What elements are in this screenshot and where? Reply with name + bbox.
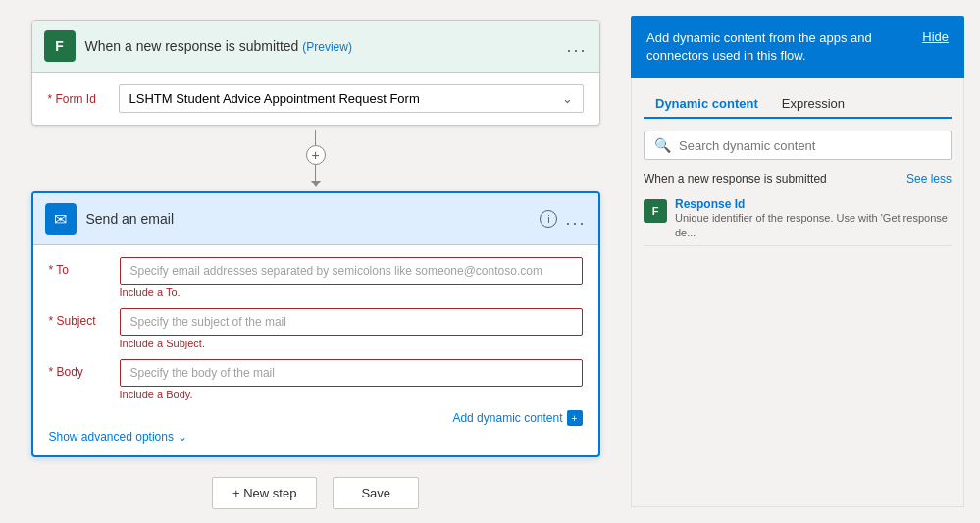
- trigger-title: When a new response is submitted (Previe…: [85, 38, 557, 54]
- trigger-header: F When a new response is submitted (Prev…: [32, 21, 599, 73]
- dynamic-item-icon: F: [644, 199, 667, 223]
- action-more-button[interactable]: ...: [565, 209, 586, 230]
- subject-placeholder: Specify the subject of the mail: [130, 315, 286, 329]
- to-error: Include a To.: [120, 287, 583, 298]
- trigger-card: F When a new response is submitted (Prev…: [31, 20, 600, 126]
- show-advanced-button[interactable]: Show advanced options ⌄: [49, 430, 583, 444]
- subject-input[interactable]: Specify the subject of the mail: [120, 308, 583, 336]
- action-body: To Specify email addresses separated by …: [33, 245, 598, 455]
- to-field-row: To Specify email addresses separated by …: [49, 257, 583, 285]
- body-error: Include a Body.: [120, 389, 583, 400]
- to-placeholder: Specify email addresses separated by sem…: [130, 264, 542, 278]
- dynamic-item-desc: Unique identifier of the response. Use w…: [675, 211, 952, 239]
- connector: +: [306, 130, 326, 187]
- dynamic-item-title[interactable]: Response Id: [675, 197, 952, 211]
- see-less-button[interactable]: See less: [906, 172, 952, 185]
- body-input[interactable]: Specify the body of the mail: [120, 359, 583, 387]
- trigger-icon-label: F: [55, 38, 64, 54]
- add-step-button[interactable]: +: [306, 145, 326, 165]
- search-dynamic-input[interactable]: [679, 138, 941, 153]
- info-icon[interactable]: i: [540, 210, 557, 228]
- to-label: To: [49, 257, 108, 277]
- trigger-body: Form Id LSHTM Student Advice Appointment…: [32, 73, 599, 125]
- trigger-title-text: When a new response is submitted: [85, 38, 299, 54]
- trigger-icon: F: [44, 30, 76, 62]
- form-id-label: Form Id: [48, 92, 107, 106]
- action-icon-label: ✉: [54, 210, 67, 229]
- action-header: ✉ Send an email i ...: [33, 193, 598, 245]
- subject-field-row: Subject Specify the subject of the mail: [49, 308, 583, 336]
- tab-expression[interactable]: Expression: [770, 90, 856, 117]
- search-box: 🔍: [644, 131, 952, 160]
- trigger-preview-label: (Preview): [302, 40, 352, 54]
- subject-error: Include a Subject.: [120, 338, 583, 349]
- to-field-group: To Specify email addresses separated by …: [49, 257, 583, 298]
- search-icon: 🔍: [654, 137, 671, 153]
- add-dynamic-row: Add dynamic content +: [49, 410, 583, 426]
- chevron-down-icon: ⌄: [178, 430, 187, 444]
- new-step-button[interactable]: + New step: [212, 477, 317, 509]
- action-title: Send an email: [86, 211, 531, 227]
- chevron-down-icon: ⌄: [562, 91, 573, 106]
- show-advanced-label: Show advanced options: [49, 430, 174, 444]
- dynamic-item: F Response Id Unique identifier of the r…: [644, 191, 952, 246]
- connector-line-top: [315, 130, 316, 145]
- dynamic-panel-header-text: Add dynamic content from the apps and co…: [646, 29, 910, 65]
- body-field-row: Body Specify the body of the mail: [49, 359, 583, 387]
- save-button[interactable]: Save: [333, 477, 419, 509]
- dynamic-panel-body: Dynamic content Expression 🔍 When a new …: [631, 78, 964, 507]
- section-title: When a new response is submitted See les…: [644, 172, 952, 185]
- trigger-more-button[interactable]: ...: [566, 36, 587, 57]
- subject-label: Subject: [49, 308, 108, 328]
- dynamic-item-content: Response Id Unique identifier of the res…: [675, 197, 952, 239]
- subject-field-group: Subject Specify the subject of the mail …: [49, 308, 583, 349]
- form-id-select[interactable]: LSHTM Student Advice Appointment Request…: [119, 84, 584, 113]
- main-canvas: F When a new response is submitted (Prev…: [16, 16, 964, 507]
- dynamic-icon: +: [567, 410, 583, 426]
- body-field-group: Body Specify the body of the mail Includ…: [49, 359, 583, 400]
- hide-button[interactable]: Hide: [922, 29, 949, 44]
- dynamic-content-panel: Add dynamic content from the apps and co…: [631, 16, 964, 507]
- flow-column: F When a new response is submitted (Prev…: [22, 20, 610, 509]
- tabs-row: Dynamic content Expression: [644, 90, 952, 119]
- form-id-row: Form Id LSHTM Student Advice Appointment…: [48, 84, 584, 113]
- action-icon: ✉: [45, 203, 77, 235]
- add-dynamic-label: Add dynamic content: [452, 411, 562, 425]
- connector-line-bottom: [315, 165, 316, 181]
- flow-area: F When a new response is submitted (Prev…: [16, 16, 615, 507]
- to-input[interactable]: Specify email addresses separated by sem…: [120, 257, 583, 285]
- bottom-buttons: + New step Save: [212, 477, 419, 509]
- section-title-text: When a new response is submitted: [644, 172, 827, 185]
- body-placeholder: Specify the body of the mail: [130, 366, 275, 380]
- tab-dynamic-content[interactable]: Dynamic content: [644, 90, 770, 119]
- connector-arrow-icon: [311, 181, 321, 187]
- action-header-icons: i ...: [540, 209, 586, 230]
- add-dynamic-button[interactable]: Add dynamic content +: [452, 410, 582, 426]
- form-id-value: LSHTM Student Advice Appointment Request…: [129, 91, 420, 106]
- dynamic-panel-header: Add dynamic content from the apps and co…: [631, 16, 964, 78]
- body-label: Body: [49, 359, 108, 379]
- action-card: ✉ Send an email i ... To: [31, 191, 600, 457]
